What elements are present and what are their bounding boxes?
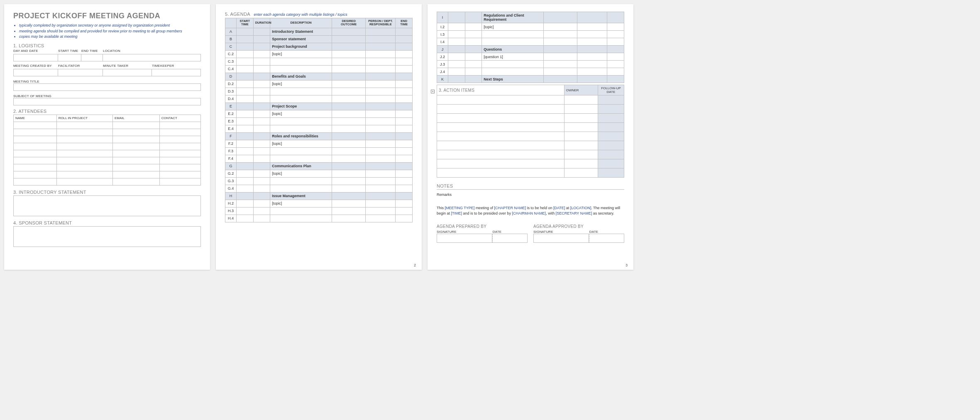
input-day[interactable] [13, 54, 58, 61]
label-subject: SUBJECT OF MEETING [13, 94, 51, 98]
table-row[interactable] [14, 157, 201, 164]
agenda-table-p2: START TIME DURATION DESCRIPTION DESIRED … [225, 18, 413, 222]
table-row[interactable] [437, 123, 624, 132]
col-duration: DURATION [253, 18, 270, 28]
agenda-row[interactable]: I.3 [437, 31, 624, 38]
input-prepared-signature[interactable] [437, 234, 492, 243]
agenda-row[interactable]: H.4 [225, 215, 413, 222]
agenda-row[interactable]: EProject Scope [225, 103, 413, 110]
agenda-row[interactable]: GCommunications Plan [225, 162, 413, 170]
agenda-row[interactable]: BSponsor statement [225, 35, 413, 43]
agenda-row[interactable]: H.3 [225, 207, 413, 215]
bullet-item: copies may be available at meeting [19, 34, 201, 40]
expand-icon[interactable]: + [431, 90, 435, 93]
input-facilitator[interactable] [58, 69, 103, 76]
table-row[interactable] [14, 122, 201, 129]
agenda-row[interactable]: F.4 [225, 155, 413, 162]
input-created[interactable] [13, 69, 58, 76]
table-row[interactable] [437, 141, 624, 150]
table-row[interactable] [437, 132, 624, 141]
page-number: 3 [626, 263, 628, 267]
table-row[interactable] [14, 171, 201, 178]
input-timekeeper[interactable] [152, 69, 201, 76]
agenda-row[interactable]: KNext Steps [437, 76, 624, 83]
table-row[interactable] [437, 95, 624, 105]
agenda-row[interactable]: AIntroductory Statement [225, 28, 413, 35]
col-role: ROLL IN PROJECT [56, 115, 112, 122]
input-prepared-date[interactable] [492, 234, 528, 243]
agenda-row[interactable]: E.3 [225, 117, 413, 125]
intro-bullets: typically completed by organization secr… [13, 23, 201, 40]
input-minute-taker[interactable] [103, 69, 152, 76]
agenda-row[interactable]: D.3 [225, 88, 413, 95]
notes-template-text: This [MEETING TYPE] meeting of [CHAPTER … [437, 205, 624, 217]
table-row[interactable] [437, 105, 624, 114]
agenda-row[interactable]: CProject background [225, 43, 413, 50]
input-approved-signature[interactable] [533, 234, 589, 243]
agenda-row[interactable]: E.2[topic] [225, 110, 413, 117]
table-row[interactable] [14, 164, 201, 171]
agenda-row[interactable]: C.3 [225, 58, 413, 65]
input-meeting-title[interactable] [13, 83, 201, 91]
agenda-row[interactable]: F.2[topic] [225, 140, 413, 147]
col-followup: FOLLOW-UP DATE [598, 85, 624, 95]
agenda-row[interactable]: C.2[topic] [225, 50, 413, 58]
page-number: 2 [414, 263, 416, 267]
table-row[interactable] [14, 129, 201, 136]
agenda-row[interactable]: IRegulations and Client Requirement [437, 12, 624, 23]
agenda-row[interactable]: J.2[question 1] [437, 53, 624, 61]
agenda-row[interactable]: G.2[topic] [225, 170, 413, 177]
page-1: PROJECT KICKOFF MEETING AGENDA typically… [4, 4, 210, 270]
table-row[interactable] [14, 143, 201, 150]
input-sponsor-statement[interactable] [13, 226, 201, 247]
notes-remarks: Remarks [437, 192, 624, 198]
action-items-table: 3. ACTION ITEMS OWNER FOLLOW-UP DATE [437, 85, 624, 178]
col-contact: CONTACT [159, 115, 200, 122]
label-location: LOCATION [103, 49, 201, 53]
agenda-row[interactable]: H.2[topic] [225, 200, 413, 207]
approved-block: AGENDA APPROVED BY SIGNATURE DATE [533, 224, 624, 243]
table-row[interactable] [437, 168, 624, 178]
agenda-row[interactable]: J.3 [437, 61, 624, 68]
agenda-row[interactable]: HIssue Management [225, 192, 413, 200]
table-row[interactable] [14, 178, 201, 185]
input-approved-date[interactable] [589, 234, 624, 243]
agenda-row[interactable]: I.2[topic] [437, 23, 624, 31]
table-row[interactable] [14, 136, 201, 143]
agenda-row[interactable]: C.4 [225, 65, 413, 73]
bullet-item: typically completed by organization secr… [19, 23, 201, 29]
col-name: NAME [14, 115, 57, 122]
input-subject[interactable] [13, 98, 201, 105]
attendees-table: NAME ROLL IN PROJECT EMAIL CONTACT [13, 115, 201, 186]
table-row[interactable] [437, 114, 624, 123]
signature-row: AGENDA PREPARED BY SIGNATURE DATE AGENDA… [437, 224, 624, 243]
agenda-row[interactable]: E.4 [225, 125, 413, 132]
section-sponsor-statement: 4. SPONSOR STATEMENT [13, 220, 201, 225]
label-signature: SIGNATURE [437, 230, 457, 234]
agenda-row[interactable]: D.2[topic] [225, 80, 413, 88]
input-start[interactable] [58, 54, 81, 61]
agenda-row[interactable]: F.3 [225, 147, 413, 155]
agenda-row[interactable]: I.4 [437, 38, 624, 46]
table-row[interactable] [437, 159, 624, 168]
table-row[interactable] [14, 150, 201, 157]
section-intro-statement: 3. INTRODUCTORY STATEMENT [13, 190, 201, 195]
col-responsible: PERSON / DEPT. RESPONSIBLE [366, 18, 396, 28]
label-minute-taker: MINUTE TAKER [103, 64, 152, 68]
col-owner: OWNER [564, 85, 598, 95]
agenda-row[interactable]: JQuestions [437, 46, 624, 53]
agenda-row[interactable]: G.3 [225, 177, 413, 185]
input-location[interactable] [103, 54, 201, 61]
input-end[interactable] [81, 54, 103, 61]
agenda-row[interactable]: D.4 [225, 95, 413, 103]
agenda-table-p3: IRegulations and Client RequirementI.2[t… [437, 12, 624, 83]
input-intro-statement[interactable] [13, 195, 201, 216]
bullet-item: meeting agenda should be compiled and pr… [19, 29, 201, 34]
agenda-row[interactable]: J.4 [437, 68, 624, 76]
approved-heading: AGENDA APPROVED BY [533, 224, 624, 229]
section-action-items: 3. ACTION ITEMS [437, 85, 565, 95]
agenda-row[interactable]: FRoles and responsibilities [225, 132, 413, 140]
agenda-row[interactable]: DBenefits and Goals [225, 73, 413, 80]
table-row[interactable] [437, 150, 624, 159]
agenda-row[interactable]: G.4 [225, 185, 413, 192]
